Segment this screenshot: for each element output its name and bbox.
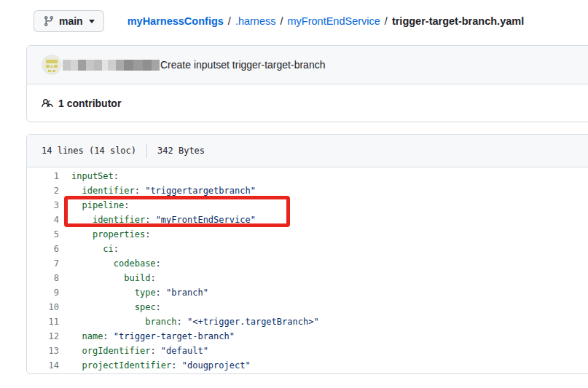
line-number[interactable]: 11 [27,314,59,329]
code-line: 14 projectIdentifier: "dougproject" [27,358,588,373]
breadcrumb-repo-link[interactable]: myHarnessConfigs [128,15,224,27]
code-line-content: ci: [71,244,119,254]
line-number[interactable]: 7 [27,256,59,271]
code-line-content: spec: [71,302,161,312]
code-line: 11 branch: "<+trigger.targetBranch>" [27,314,588,329]
contributors-count[interactable]: 1 contributor [58,98,121,109]
code-line: 3 pipeline: [27,198,588,213]
avatar[interactable] [42,55,62,75]
code-line: 1inputSet: [27,169,588,183]
file-lines-info: 14 lines (14 sloc) [42,146,136,156]
code-line: 7 codebase: [27,256,588,271]
breadcrumb: myHarnessConfigs / .harness / myFrontEnd… [128,15,525,27]
code-line-content: build: [71,273,156,283]
commit-box: Create inputset trigger-target-branch 1 … [26,45,588,122]
code-line: 9 type: "branch" [27,285,588,300]
git-branch-icon [43,15,55,27]
branch-name: main [59,15,83,27]
line-number[interactable]: 4 [27,213,59,227]
latest-commit-header: Create inputset trigger-target-branch [27,46,588,84]
code-line: 4 identifier: "myFrontEndService" [27,213,588,227]
breadcrumb-separator: / [385,15,388,27]
code-line-content: inputSet: [71,171,119,181]
code-line-content: projectIdentifier: "dougproject" [71,360,251,371]
code-line: 13 orgIdentifier: "default" [27,344,588,358]
code-line-content: identifier: "triggertargetbranch" [71,186,256,196]
line-number[interactable]: 10 [27,300,59,314]
commit-message[interactable]: Create inputset trigger-target-branch [160,59,325,71]
line-number[interactable]: 6 [27,242,59,256]
code-line-content: properties: [71,229,150,239]
contributors-row: 1 contributor [27,84,588,122]
line-number[interactable]: 5 [27,227,59,242]
code-lines: 1inputSet:2 identifier: "triggertargetbr… [27,169,588,373]
code-area: 1inputSet:2 identifier: "triggertargetbr… [27,167,588,373]
code-line: 12 name: "trigger-target-branch" [27,329,588,344]
line-number[interactable]: 12 [27,329,59,344]
code-line-content: orgIdentifier: "default" [71,346,208,356]
line-number[interactable]: 8 [27,271,59,285]
breadcrumb-separator: / [281,15,283,27]
breadcrumb-current-file: trigger-target-branch.yaml [392,15,524,27]
branch-selector-button[interactable]: main [34,10,104,32]
line-number[interactable]: 13 [27,344,59,358]
code-line-content: identifier: "myFrontEndService" [71,215,256,225]
commit-author-redacted[interactable] [63,60,160,71]
code-line: 2 identifier: "triggertargetbranch" [27,183,588,198]
line-number[interactable]: 14 [27,358,59,373]
line-number[interactable]: 9 [27,285,59,300]
breadcrumb-folder-link[interactable]: .harness [235,15,276,27]
code-line: 8 build: [27,271,588,285]
people-icon [42,98,53,109]
code-line-content: name: "trigger-target-branch" [71,331,235,341]
breadcrumb-separator: / [228,15,231,27]
file-navigation-bar: main myHarnessConfigs / .harness / myFro… [34,10,588,32]
file-meta-header: 14 lines (14 sloc) 342 Bytes [27,135,588,167]
code-line-content: branch: "<+trigger.targetBranch>" [71,317,319,327]
line-number[interactable]: 1 [27,169,59,183]
code-line: 5 properties: [27,227,588,242]
code-line-content: type: "branch" [71,288,208,298]
line-number[interactable]: 2 [27,183,59,198]
code-line: 6 ci: [27,242,588,256]
code-line-content: codebase: [71,258,161,269]
code-line: 10 spec: [27,300,588,314]
file-size: 342 Bytes [157,146,205,156]
code-line-content: pipeline: [71,200,129,210]
breadcrumb-folder-link[interactable]: myFrontEndService [288,15,380,27]
page: main myHarnessConfigs / .harness / myFro… [0,10,588,388]
line-number[interactable]: 3 [27,198,59,213]
meta-divider [146,143,147,158]
file-content-box: 14 lines (14 sloc) 342 Bytes 1inputSet:2… [26,134,588,374]
chevron-down-icon [89,20,95,23]
